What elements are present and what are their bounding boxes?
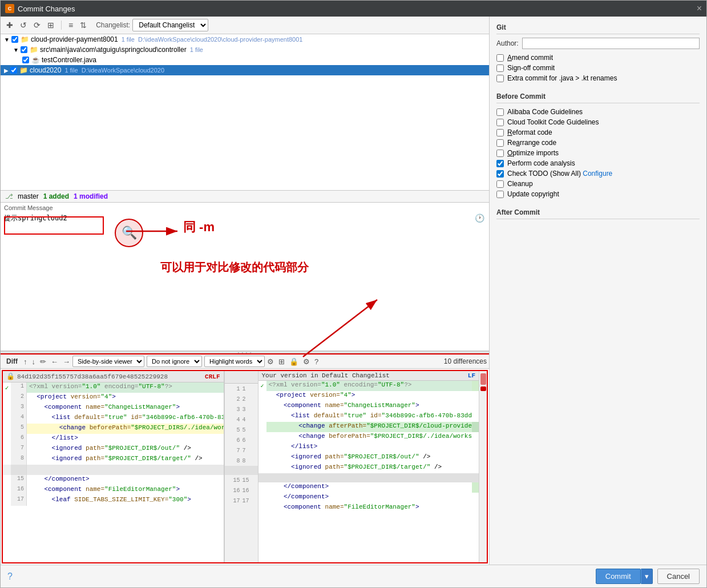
- copyright-checkbox[interactable]: [496, 191, 504, 198]
- tree-item-file[interactable]: ☕ testController.java: [1, 55, 489, 65]
- signoff-commit-label[interactable]: Sign-off commit: [507, 64, 555, 72]
- diff-settings-icon[interactable]: ⚙: [265, 356, 276, 367]
- add-button[interactable]: ✚: [4, 19, 15, 31]
- configure-link[interactable]: Configure: [583, 170, 612, 178]
- diff-right-line: </component>: [258, 493, 479, 503]
- tree-item-controller[interactable]: ▼ 📁 src\main\java\com\atguigu\springclou…: [1, 45, 489, 55]
- author-input[interactable]: [522, 38, 700, 49]
- tree-checkbox-controller[interactable]: [21, 46, 27, 53]
- alibaba-checkbox[interactable]: [496, 108, 504, 116]
- cancel-button[interactable]: Cancel: [657, 569, 700, 584]
- optimize-checkbox[interactable]: [496, 150, 504, 157]
- left-panel: ✚ ↺ ⟳ ⊞ ≡ ⇅ Changelist: Default Changeli…: [1, 17, 490, 565]
- diff-right-indicator: [258, 503, 266, 513]
- diff-line-num: 1: [11, 382, 27, 393]
- diff-right-indicator: [258, 432, 266, 442]
- diff-prev-btn[interactable]: ←: [49, 356, 60, 367]
- cloud-toolkit-label[interactable]: Cloud Toolkit Code Guidelines: [507, 118, 599, 126]
- diff-viewer-select[interactable]: Side-by-side viewer: [72, 356, 144, 367]
- tree-item-label-4: cloud2020: [30, 66, 61, 74]
- alibaba-label[interactable]: Alibaba Code Guidelines: [507, 108, 583, 116]
- dialog: C Commit Changes × ✚ ↺ ⟳ ⊞ ≡ ⇅ Changelis…: [0, 0, 707, 588]
- diff-right-line: ✓ <?xml version="1.0" encoding="UTF-8"?>: [258, 381, 479, 391]
- diff-next-btn[interactable]: →: [60, 356, 72, 367]
- sync-button[interactable]: ⟳: [31, 19, 43, 31]
- extra-commit-checkbox[interactable]: [496, 75, 504, 82]
- diff-right-indicator: [258, 412, 266, 422]
- rearrange-label[interactable]: Rearrange code: [507, 139, 556, 147]
- amend-commit-label[interactable]: Amend commit: [507, 54, 553, 62]
- tree-checkbox-cloud2020[interactable]: [10, 67, 17, 74]
- diff-up-btn[interactable]: ↑: [21, 356, 30, 367]
- status-modified: 1 modified: [74, 192, 108, 200]
- file-tree-toolbar: ✚ ↺ ⟳ ⊞ ≡ ⇅ Changelist: Default Changeli…: [1, 17, 489, 34]
- diff-line: 5 <change beforePath="$PROJECT_DIRS/./id…: [3, 424, 224, 434]
- reformat-checkbox[interactable]: [496, 129, 504, 136]
- diff-help-icon[interactable]: ?: [312, 356, 321, 367]
- tree-item-cloud2020[interactable]: ▶ 📁 cloud2020 1 file D:\ideaWorkSpace\cl…: [1, 65, 489, 75]
- cloud-toolkit-checkbox[interactable]: [496, 119, 504, 126]
- file-icon: ☕: [31, 56, 40, 64]
- diff-line-num: 5: [11, 424, 27, 434]
- copyright-label[interactable]: Update copyright: [507, 190, 559, 198]
- diff-down-btn[interactable]: ↓: [30, 356, 38, 367]
- sort-button[interactable]: ≡: [66, 19, 75, 31]
- tree-item-payment[interactable]: ▼ 📁 cloud-provider-payment8001 1 file D:…: [1, 34, 489, 45]
- optimize-row: Optimize imports: [496, 148, 700, 158]
- diff-right-indicator: [258, 453, 266, 463]
- annotation-same-m: 同 -m: [183, 219, 215, 236]
- diff-right-indicator: [258, 422, 266, 432]
- diff-line-content: <list default="true" id="346b899c-afb6-4…: [27, 413, 224, 424]
- todo-label[interactable]: Check TODO (Show All) Configure: [507, 170, 612, 178]
- cleanup-checkbox[interactable]: [496, 180, 504, 188]
- rearrange-checkbox[interactable]: [496, 139, 504, 147]
- filter-button[interactable]: ⇅: [78, 19, 89, 31]
- optimize-label[interactable]: Optimize imports: [507, 149, 559, 157]
- diff-line-num: 16: [11, 485, 27, 496]
- diff-gear-icon[interactable]: ⚙: [301, 356, 312, 367]
- diff-left-header: 🔒 84d192d35f155757d38a6aa5f679e485252299…: [3, 371, 224, 382]
- refresh-button[interactable]: ↺: [18, 19, 29, 31]
- diff-line: ✓ 1 <?xml version="1.0" encoding="UTF-8"…: [3, 382, 224, 393]
- diff-right-version: Your version in Default Changelist: [262, 372, 390, 379]
- diff-center-gutter: 11 22 33 44 55 66 77 88 1515 1616 1717: [224, 371, 258, 562]
- cleanup-label[interactable]: Cleanup: [507, 180, 533, 188]
- annotation-chinese: 可以用于对比修改的代码部分: [160, 260, 309, 275]
- tree-checkbox-file[interactable]: [22, 57, 29, 63]
- diff-toolbar: Diff ↑ ↓ ✏ ← → Side-by-side viewer Do no…: [1, 355, 489, 369]
- signoff-commit-checkbox[interactable]: [496, 65, 504, 72]
- dialog-title: Commit Changes: [18, 5, 75, 13]
- perform-label[interactable]: Perform code analysis: [507, 159, 575, 167]
- git-section: Git Author: Amend commit Sign-off commit…: [496, 21, 700, 83]
- diff-right-line: <project version="4">: [258, 391, 479, 401]
- perform-checkbox[interactable]: [496, 160, 504, 167]
- changelist-select[interactable]: Default Changelist: [132, 19, 208, 31]
- amend-commit-checkbox[interactable]: [496, 54, 504, 62]
- commit-dropdown-button[interactable]: ▾: [641, 569, 653, 584]
- title-bar: C Commit Changes ×: [1, 1, 706, 17]
- todo-checkbox[interactable]: [496, 170, 504, 178]
- extra-commit-label[interactable]: Extra commit for .java > .kt renames: [507, 74, 617, 82]
- diff-line-content: </component>: [27, 475, 224, 485]
- diff-highlight-select[interactable]: Highlight words: [204, 356, 265, 367]
- help-icon[interactable]: ?: [7, 571, 13, 582]
- diff-edit-btn[interactable]: ✏: [38, 356, 49, 367]
- diff-right-line: <component name="ChangeListManager">: [258, 401, 479, 412]
- reformat-label[interactable]: Reformat code: [507, 128, 552, 136]
- before-commit-section: Before Commit Alibaba Code Guidelines Cl…: [496, 90, 700, 199]
- diff-scrollbar[interactable]: [479, 371, 487, 562]
- more-button[interactable]: ⊞: [45, 19, 56, 31]
- close-button[interactable]: ×: [697, 3, 702, 14]
- diff-indicator: [3, 485, 11, 496]
- tree-checkbox-payment[interactable]: [11, 36, 18, 43]
- diff-lock-icon[interactable]: 🔒: [287, 356, 301, 367]
- diff-indicator: [3, 403, 11, 413]
- diff-columns-icon[interactable]: ⊞: [276, 356, 287, 367]
- diff-line-num: 2: [11, 393, 27, 403]
- extra-commit-row: Extra commit for .java > .kt renames: [496, 73, 700, 83]
- diff-right-indicator: [258, 463, 266, 473]
- commit-button[interactable]: Commit: [596, 569, 641, 584]
- diff-ignore-select[interactable]: Do not ignore: [147, 356, 202, 367]
- diff-line-num: 6: [11, 434, 27, 444]
- perform-row: Perform code analysis: [496, 158, 700, 168]
